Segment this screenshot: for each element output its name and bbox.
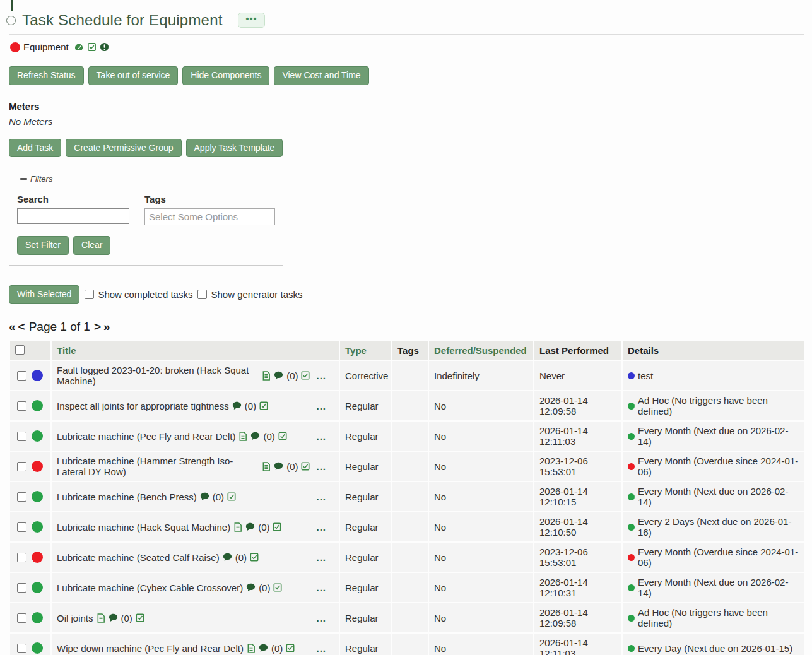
check-square-icon[interactable] — [227, 492, 236, 501]
hide-components-button[interactable]: Hide Components — [182, 66, 269, 85]
check-square-icon[interactable] — [259, 401, 268, 410]
check-square-icon[interactable] — [278, 432, 287, 440]
comment-icon[interactable] — [232, 401, 242, 410]
title-more-button[interactable]: ••• — [238, 13, 266, 28]
tags-cell — [392, 633, 428, 655]
comment-icon[interactable] — [259, 644, 268, 652]
tags-select[interactable] — [144, 208, 275, 225]
sort-deferred-link[interactable]: Deferred/Suspended — [434, 345, 527, 356]
with-selected-button[interactable]: With Selected — [9, 285, 79, 304]
check-square-icon[interactable] — [250, 553, 259, 562]
last-page-button[interactable]: » — [103, 320, 110, 334]
row-checkbox[interactable] — [17, 583, 26, 593]
row-actions-button[interactable]: ... — [316, 492, 334, 502]
task-title: Oil joints — [57, 613, 93, 623]
title-cell: Wipe down machine (Pec Fly and Rear Delt… — [51, 633, 339, 655]
comment-count: (0) — [286, 461, 298, 472]
comment-icon[interactable] — [245, 522, 255, 531]
check-square-icon[interactable] — [301, 371, 310, 380]
document-icon[interactable] — [97, 613, 105, 623]
comment-icon[interactable] — [223, 553, 232, 562]
row-actions-button[interactable]: ... — [316, 401, 334, 411]
row-checkbox[interactable] — [17, 462, 26, 471]
row-checkbox[interactable] — [17, 432, 26, 441]
comment-icon[interactable] — [109, 613, 118, 622]
collapse-filters-icon[interactable] — [20, 178, 27, 180]
equipment-status-dot — [10, 42, 20, 52]
tasks-check-icon[interactable] — [87, 42, 97, 52]
check-square-icon[interactable] — [301, 462, 310, 471]
row-checkbox[interactable] — [17, 371, 26, 381]
document-icon[interactable] — [233, 522, 242, 532]
status-dot — [32, 461, 43, 472]
sort-type-link[interactable]: Type — [345, 345, 367, 356]
take-out-of-service-button[interactable]: Take out of service — [88, 66, 179, 85]
document-icon[interactable] — [247, 644, 256, 653]
header-tags: Tags — [392, 341, 428, 360]
refresh-status-button[interactable]: Refresh Status — [9, 66, 84, 85]
prev-page-button[interactable]: < — [18, 320, 25, 334]
first-page-button[interactable]: « — [9, 320, 16, 334]
row-checkbox[interactable] — [17, 613, 26, 623]
detail-text: Every Month (Next due on 2026-02-14) — [638, 577, 799, 598]
row-actions-button[interactable]: ... — [316, 370, 334, 381]
comment-icon[interactable] — [274, 462, 283, 471]
status-dot — [32, 642, 43, 654]
row-actions-button[interactable]: ... — [316, 643, 334, 654]
view-cost-time-button[interactable]: View Cost and Time — [274, 66, 368, 85]
selection-bar: With Selected Show completed tasks Show … — [9, 285, 804, 304]
check-square-icon[interactable] — [273, 583, 282, 592]
next-page-button[interactable]: > — [94, 320, 101, 334]
row-actions-button[interactable]: ... — [316, 613, 334, 623]
status-dot — [32, 400, 43, 411]
row-checkbox[interactable] — [17, 401, 26, 411]
row-actions-button[interactable]: ... — [316, 461, 334, 472]
row-checkbox[interactable] — [17, 522, 26, 532]
row-actions-button[interactable]: ... — [316, 431, 334, 442]
row-actions-button[interactable]: ... — [316, 522, 334, 533]
header-last-performed: Last Performed — [534, 341, 622, 360]
check-square-icon[interactable] — [273, 522, 281, 531]
create-permissive-group-button[interactable]: Create Permissive Group — [66, 139, 181, 158]
comment-icon[interactable] — [246, 583, 256, 592]
last-performed-cell: 2026-01-14 12:10:15 — [534, 481, 622, 512]
document-icon[interactable] — [262, 371, 271, 381]
detail-text: test — [638, 370, 653, 381]
meters-icon[interactable] — [74, 42, 84, 52]
set-filter-button[interactable]: Set Filter — [17, 236, 69, 255]
comment-icon[interactable] — [200, 492, 209, 501]
title-cell: Inspect all joints for appropriate tight… — [51, 391, 339, 421]
sort-title-link[interactable]: Title — [57, 345, 76, 356]
row-select-cell — [9, 391, 51, 421]
type-cell: Regular — [339, 451, 392, 481]
clear-filter-button[interactable]: Clear — [73, 236, 110, 255]
comment-icon[interactable] — [250, 432, 260, 440]
header-type: Type — [339, 341, 392, 360]
row-checkbox[interactable] — [17, 644, 26, 653]
deferred-cell: No — [428, 572, 534, 603]
search-input[interactable] — [17, 208, 129, 224]
task-title: Inspect all joints for appropriate tight… — [57, 401, 229, 411]
row-checkbox[interactable] — [17, 492, 26, 502]
alert-icon[interactable] — [100, 42, 109, 52]
check-square-icon[interactable] — [286, 644, 295, 652]
last-performed-cell: 2026-01-14 12:10:50 — [534, 512, 622, 542]
document-icon[interactable] — [238, 432, 247, 441]
select-all-checkbox[interactable] — [15, 345, 25, 355]
show-generator-checkbox[interactable] — [197, 290, 207, 299]
row-actions-button[interactable]: ... — [316, 552, 334, 563]
tags-cell — [392, 360, 428, 391]
comment-icon[interactable] — [274, 371, 283, 380]
type-cell: Regular — [339, 512, 392, 542]
apply-task-template-button[interactable]: Apply Task Template — [186, 139, 283, 158]
add-task-button[interactable]: Add Task — [9, 139, 61, 158]
title-cell: Lubricate machine (Hack Squat Machine) (… — [51, 512, 339, 542]
show-completed-checkbox[interactable] — [85, 290, 94, 299]
detail-status-dot — [628, 554, 635, 561]
detail-text: Every Month (Next due on 2026-02-14) — [638, 425, 799, 447]
document-icon[interactable] — [262, 462, 271, 471]
row-checkbox[interactable] — [17, 553, 26, 562]
check-square-icon[interactable] — [136, 613, 144, 622]
task-title: Lubricate machine (Hack Squat Machine) — [57, 522, 230, 533]
row-actions-button[interactable]: ... — [316, 582, 334, 593]
